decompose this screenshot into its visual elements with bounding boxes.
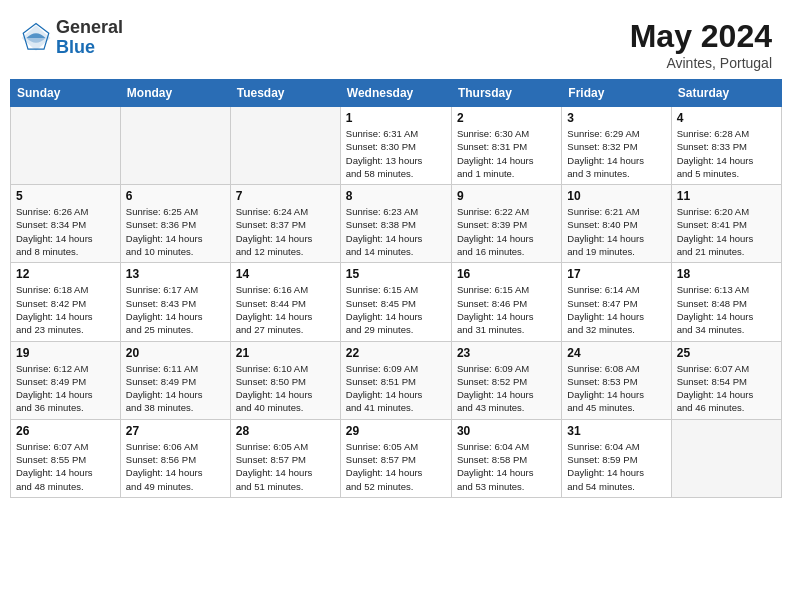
logo-line1: General	[56, 18, 123, 38]
calendar-cell: 7Sunrise: 6:24 AM Sunset: 8:37 PM Daylig…	[230, 185, 340, 263]
location: Avintes, Portugal	[630, 55, 772, 71]
calendar-cell: 15Sunrise: 6:15 AM Sunset: 8:45 PM Dayli…	[340, 263, 451, 341]
cell-info: Sunrise: 6:05 AM Sunset: 8:57 PM Dayligh…	[346, 440, 446, 493]
calendar-cell: 12Sunrise: 6:18 AM Sunset: 8:42 PM Dayli…	[11, 263, 121, 341]
cell-info: Sunrise: 6:30 AM Sunset: 8:31 PM Dayligh…	[457, 127, 556, 180]
calendar-cell: 3Sunrise: 6:29 AM Sunset: 8:32 PM Daylig…	[562, 107, 671, 185]
weekday-header: Tuesday	[230, 80, 340, 107]
calendar-cell: 5Sunrise: 6:26 AM Sunset: 8:34 PM Daylig…	[11, 185, 121, 263]
calendar-cell: 30Sunrise: 6:04 AM Sunset: 8:58 PM Dayli…	[451, 419, 561, 497]
calendar-cell: 6Sunrise: 6:25 AM Sunset: 8:36 PM Daylig…	[120, 185, 230, 263]
day-number: 29	[346, 424, 446, 438]
weekday-header: Monday	[120, 80, 230, 107]
cell-info: Sunrise: 6:11 AM Sunset: 8:49 PM Dayligh…	[126, 362, 225, 415]
day-number: 19	[16, 346, 115, 360]
calendar-week-row: 12Sunrise: 6:18 AM Sunset: 8:42 PM Dayli…	[11, 263, 782, 341]
cell-info: Sunrise: 6:24 AM Sunset: 8:37 PM Dayligh…	[236, 205, 335, 258]
logo-line2: Blue	[56, 38, 123, 58]
calendar-week-row: 5Sunrise: 6:26 AM Sunset: 8:34 PM Daylig…	[11, 185, 782, 263]
day-number: 21	[236, 346, 335, 360]
calendar-week-row: 1Sunrise: 6:31 AM Sunset: 8:30 PM Daylig…	[11, 107, 782, 185]
calendar-cell: 18Sunrise: 6:13 AM Sunset: 8:48 PM Dayli…	[671, 263, 781, 341]
cell-info: Sunrise: 6:17 AM Sunset: 8:43 PM Dayligh…	[126, 283, 225, 336]
day-number: 3	[567, 111, 665, 125]
day-number: 10	[567, 189, 665, 203]
calendar-cell: 2Sunrise: 6:30 AM Sunset: 8:31 PM Daylig…	[451, 107, 561, 185]
weekday-header: Thursday	[451, 80, 561, 107]
calendar-cell: 27Sunrise: 6:06 AM Sunset: 8:56 PM Dayli…	[120, 419, 230, 497]
day-number: 16	[457, 267, 556, 281]
cell-info: Sunrise: 6:20 AM Sunset: 8:41 PM Dayligh…	[677, 205, 776, 258]
calendar-cell: 9Sunrise: 6:22 AM Sunset: 8:39 PM Daylig…	[451, 185, 561, 263]
day-number: 14	[236, 267, 335, 281]
day-number: 22	[346, 346, 446, 360]
day-number: 12	[16, 267, 115, 281]
calendar-cell: 22Sunrise: 6:09 AM Sunset: 8:51 PM Dayli…	[340, 341, 451, 419]
day-number: 24	[567, 346, 665, 360]
calendar-cell	[671, 419, 781, 497]
calendar-cell: 31Sunrise: 6:04 AM Sunset: 8:59 PM Dayli…	[562, 419, 671, 497]
cell-info: Sunrise: 6:28 AM Sunset: 8:33 PM Dayligh…	[677, 127, 776, 180]
day-number: 15	[346, 267, 446, 281]
calendar-cell: 28Sunrise: 6:05 AM Sunset: 8:57 PM Dayli…	[230, 419, 340, 497]
cell-info: Sunrise: 6:31 AM Sunset: 8:30 PM Dayligh…	[346, 127, 446, 180]
month-title: May 2024	[630, 18, 772, 55]
calendar-cell: 11Sunrise: 6:20 AM Sunset: 8:41 PM Dayli…	[671, 185, 781, 263]
day-number: 27	[126, 424, 225, 438]
weekday-header-row: SundayMondayTuesdayWednesdayThursdayFrid…	[11, 80, 782, 107]
cell-info: Sunrise: 6:14 AM Sunset: 8:47 PM Dayligh…	[567, 283, 665, 336]
title-block: May 2024 Avintes, Portugal	[630, 18, 772, 71]
cell-info: Sunrise: 6:12 AM Sunset: 8:49 PM Dayligh…	[16, 362, 115, 415]
logo-icon	[20, 22, 52, 54]
calendar-cell: 20Sunrise: 6:11 AM Sunset: 8:49 PM Dayli…	[120, 341, 230, 419]
day-number: 18	[677, 267, 776, 281]
day-number: 25	[677, 346, 776, 360]
calendar-cell: 25Sunrise: 6:07 AM Sunset: 8:54 PM Dayli…	[671, 341, 781, 419]
cell-info: Sunrise: 6:09 AM Sunset: 8:52 PM Dayligh…	[457, 362, 556, 415]
cell-info: Sunrise: 6:07 AM Sunset: 8:55 PM Dayligh…	[16, 440, 115, 493]
day-number: 7	[236, 189, 335, 203]
calendar-cell: 23Sunrise: 6:09 AM Sunset: 8:52 PM Dayli…	[451, 341, 561, 419]
day-number: 2	[457, 111, 556, 125]
calendar-cell: 4Sunrise: 6:28 AM Sunset: 8:33 PM Daylig…	[671, 107, 781, 185]
calendar-cell: 29Sunrise: 6:05 AM Sunset: 8:57 PM Dayli…	[340, 419, 451, 497]
calendar-cell: 26Sunrise: 6:07 AM Sunset: 8:55 PM Dayli…	[11, 419, 121, 497]
day-number: 9	[457, 189, 556, 203]
calendar-week-row: 19Sunrise: 6:12 AM Sunset: 8:49 PM Dayli…	[11, 341, 782, 419]
page-header: General Blue May 2024 Avintes, Portugal	[10, 10, 782, 75]
calendar-cell: 8Sunrise: 6:23 AM Sunset: 8:38 PM Daylig…	[340, 185, 451, 263]
day-number: 17	[567, 267, 665, 281]
weekday-header: Wednesday	[340, 80, 451, 107]
calendar-cell: 24Sunrise: 6:08 AM Sunset: 8:53 PM Dayli…	[562, 341, 671, 419]
day-number: 8	[346, 189, 446, 203]
cell-info: Sunrise: 6:04 AM Sunset: 8:59 PM Dayligh…	[567, 440, 665, 493]
calendar-cell: 16Sunrise: 6:15 AM Sunset: 8:46 PM Dayli…	[451, 263, 561, 341]
calendar-cell: 10Sunrise: 6:21 AM Sunset: 8:40 PM Dayli…	[562, 185, 671, 263]
cell-info: Sunrise: 6:05 AM Sunset: 8:57 PM Dayligh…	[236, 440, 335, 493]
cell-info: Sunrise: 6:08 AM Sunset: 8:53 PM Dayligh…	[567, 362, 665, 415]
day-number: 23	[457, 346, 556, 360]
calendar-cell	[230, 107, 340, 185]
weekday-header: Saturday	[671, 80, 781, 107]
cell-info: Sunrise: 6:04 AM Sunset: 8:58 PM Dayligh…	[457, 440, 556, 493]
day-number: 4	[677, 111, 776, 125]
calendar-cell: 14Sunrise: 6:16 AM Sunset: 8:44 PM Dayli…	[230, 263, 340, 341]
calendar-cell	[120, 107, 230, 185]
logo: General Blue	[20, 18, 123, 58]
cell-info: Sunrise: 6:29 AM Sunset: 8:32 PM Dayligh…	[567, 127, 665, 180]
day-number: 6	[126, 189, 225, 203]
cell-info: Sunrise: 6:06 AM Sunset: 8:56 PM Dayligh…	[126, 440, 225, 493]
cell-info: Sunrise: 6:09 AM Sunset: 8:51 PM Dayligh…	[346, 362, 446, 415]
cell-info: Sunrise: 6:26 AM Sunset: 8:34 PM Dayligh…	[16, 205, 115, 258]
cell-info: Sunrise: 6:25 AM Sunset: 8:36 PM Dayligh…	[126, 205, 225, 258]
day-number: 26	[16, 424, 115, 438]
day-number: 30	[457, 424, 556, 438]
cell-info: Sunrise: 6:07 AM Sunset: 8:54 PM Dayligh…	[677, 362, 776, 415]
calendar-cell: 21Sunrise: 6:10 AM Sunset: 8:50 PM Dayli…	[230, 341, 340, 419]
cell-info: Sunrise: 6:21 AM Sunset: 8:40 PM Dayligh…	[567, 205, 665, 258]
calendar-table: SundayMondayTuesdayWednesdayThursdayFrid…	[10, 79, 782, 498]
day-number: 28	[236, 424, 335, 438]
cell-info: Sunrise: 6:16 AM Sunset: 8:44 PM Dayligh…	[236, 283, 335, 336]
cell-info: Sunrise: 6:13 AM Sunset: 8:48 PM Dayligh…	[677, 283, 776, 336]
day-number: 31	[567, 424, 665, 438]
